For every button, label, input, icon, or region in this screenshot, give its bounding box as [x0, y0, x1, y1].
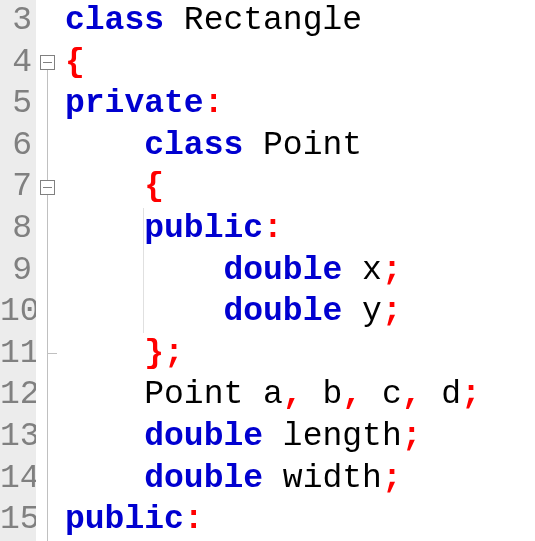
type-name: Point: [263, 127, 362, 164]
code-line: double x;: [65, 250, 535, 292]
indent: [65, 210, 144, 247]
fold-end-marker: [47, 353, 57, 354]
comma: ,: [402, 376, 422, 413]
code-text: d: [422, 376, 462, 413]
code-text: Point a: [144, 376, 283, 413]
semicolon: ;: [164, 335, 184, 372]
line-number: 15: [0, 499, 36, 541]
access-specifier: private: [65, 85, 204, 122]
open-brace: {: [144, 168, 164, 205]
code-text: b: [303, 376, 343, 413]
semicolon: ;: [382, 252, 402, 289]
line-number: 10: [0, 291, 36, 333]
line-number: 6: [0, 125, 36, 167]
line-number: 12: [0, 374, 36, 416]
code-line: Point a, b, c, d;: [65, 374, 535, 416]
keyword-double: double: [223, 252, 342, 289]
space: [243, 127, 263, 164]
space: [263, 418, 283, 455]
line-number: 11: [0, 333, 36, 375]
space: [263, 460, 283, 497]
keyword-double: double: [223, 293, 342, 330]
code-line: {: [65, 42, 535, 84]
code-line: {: [65, 166, 535, 208]
var-name: width: [283, 460, 382, 497]
var-name: x: [362, 252, 382, 289]
comma: ,: [283, 376, 303, 413]
code-line: public:: [65, 208, 535, 250]
line-number: 5: [0, 83, 36, 125]
comma: ,: [342, 376, 362, 413]
code-text: c: [362, 376, 402, 413]
line-number-gutter: 3 4 5 6 7 8 9 10 11 12 13 14 15: [0, 0, 36, 541]
code-line: };: [65, 333, 535, 375]
semicolon: ;: [461, 376, 481, 413]
code-line: class Point: [65, 125, 535, 167]
fold-toggle-icon[interactable]: [40, 55, 55, 70]
line-number: 13: [0, 416, 36, 458]
code-line: double y;: [65, 291, 535, 333]
semicolon: ;: [402, 418, 422, 455]
code-editor: 3 4 5 6 7 8 9 10 11 12 13 14 15 class Re…: [0, 0, 535, 541]
close-brace: }: [144, 335, 164, 372]
semicolon: ;: [382, 293, 402, 330]
colon: :: [204, 85, 224, 122]
access-specifier: public: [144, 210, 263, 247]
code-line: public:: [65, 499, 535, 541]
indent: [65, 252, 223, 289]
var-name: length: [283, 418, 402, 455]
indent: [65, 376, 144, 413]
colon: :: [263, 210, 283, 247]
code-line: double width;: [65, 458, 535, 500]
var-name: y: [362, 293, 382, 330]
code-area[interactable]: class Rectangle { private: class Point {…: [61, 0, 535, 541]
indent: [65, 127, 144, 164]
indent: [65, 293, 223, 330]
space: [342, 293, 362, 330]
keyword-double: double: [144, 460, 263, 497]
fold-column: [36, 0, 61, 541]
indent: [65, 168, 144, 205]
line-number: 7: [0, 166, 36, 208]
indent: [65, 335, 144, 372]
space: [164, 2, 184, 39]
keyword-double: double: [144, 418, 263, 455]
indent: [65, 418, 144, 455]
code-line: class Rectangle: [65, 0, 535, 42]
code-line: private:: [65, 83, 535, 125]
line-number: 8: [0, 208, 36, 250]
fold-guide: [47, 70, 48, 541]
semicolon: ;: [382, 460, 402, 497]
line-number: 4: [0, 42, 36, 84]
line-number: 9: [0, 250, 36, 292]
indent-guide: [143, 208, 144, 333]
keyword-class: class: [65, 2, 164, 39]
colon: :: [184, 501, 204, 538]
fold-toggle-icon[interactable]: [40, 180, 55, 195]
access-specifier: public: [65, 501, 184, 538]
keyword-class: class: [144, 127, 243, 164]
code-line: double length;: [65, 416, 535, 458]
space: [342, 252, 362, 289]
line-number: 3: [0, 0, 36, 42]
indent: [65, 460, 144, 497]
line-number: 14: [0, 458, 36, 500]
open-brace: {: [65, 44, 85, 81]
type-name: Rectangle: [184, 2, 362, 39]
